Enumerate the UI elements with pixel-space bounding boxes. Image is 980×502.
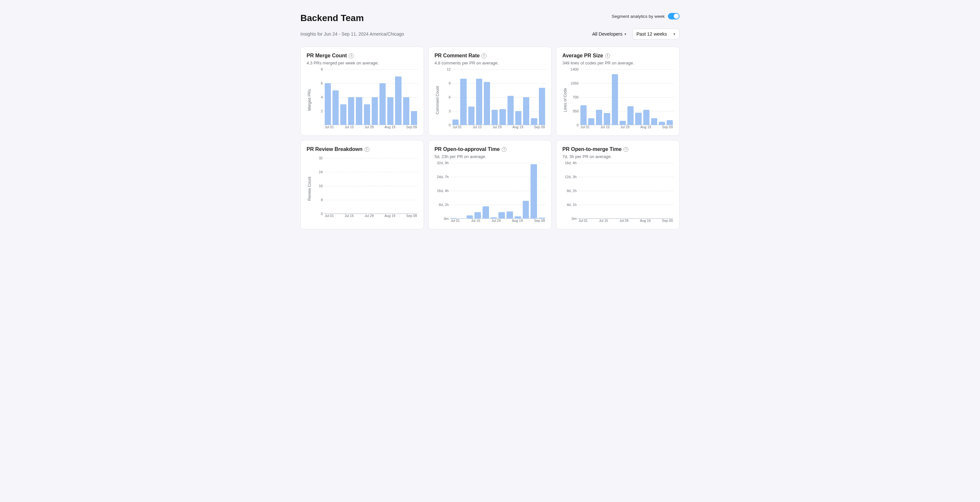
bar: [515, 111, 522, 125]
y-tick-label: 12: [440, 67, 451, 71]
bar: [651, 118, 657, 125]
card-title: Average PR Size: [562, 53, 603, 59]
bar: [467, 215, 473, 219]
bar: [667, 120, 673, 125]
bar: [612, 74, 618, 125]
x-tick-label: Aug 19: [512, 125, 523, 131]
x-tick-label: Jul 01: [325, 214, 334, 219]
y-tick-label: 24: [312, 170, 323, 174]
card-subtitle: 7d, 3h per PR on average.: [562, 154, 673, 159]
chart-average-pr-size: Lines of Code 035070010501400Jul 01Jul 1…: [562, 69, 673, 131]
bar: [498, 212, 505, 219]
y-tick-label: 16: [312, 184, 323, 188]
y-tick-label: 6: [440, 95, 451, 99]
y-tick-label: 8d, 2h: [562, 189, 576, 193]
x-tick-label: Jul 15: [600, 125, 609, 131]
x-tick-label: Aug 19: [385, 125, 395, 131]
x-tick-label: Jul 29: [620, 125, 629, 131]
chart-pr-merge-count: Merged PRs 2468Jul 01Jul 15Jul 29Aug 19S…: [307, 69, 418, 131]
x-tick-label: Jul 01: [325, 125, 334, 131]
y-tick-label: 3: [440, 109, 451, 113]
card-subtitle: 349 lines of codes per PR on average.: [562, 60, 673, 65]
y-tick-label: 9: [440, 81, 451, 85]
bar: [508, 96, 514, 125]
y-tick-label: 24d, 7h: [434, 175, 449, 179]
card-pr-review-breakdown: PR Review Breakdown i Review Count 08162…: [301, 140, 424, 229]
y-axis-label: Merged PRs: [307, 69, 312, 131]
bar: [492, 110, 498, 125]
y-tick-label: 0m: [562, 217, 576, 221]
y-tick-label: 350: [568, 109, 579, 113]
chart-pr-review-breakdown: Review Count 08162432Jul 01Jul 15Jul 29A…: [307, 158, 418, 219]
bar: [411, 111, 417, 125]
bar: [325, 83, 331, 125]
card-open-to-merge-time: PR Open-to-merge Time i 7d, 3h per PR on…: [556, 140, 679, 229]
bar: [364, 104, 370, 126]
bar: [539, 88, 545, 125]
x-tick-label: Jul 15: [473, 125, 482, 131]
info-icon[interactable]: i: [624, 147, 628, 152]
chart-pr-comment-rate: Comment Count 036912Jul 01Jul 15Jul 29Au…: [434, 69, 546, 131]
bar: [643, 110, 649, 125]
time-range-select[interactable]: Past 12 weeks ▾: [632, 29, 679, 40]
info-icon[interactable]: i: [349, 54, 353, 58]
y-tick-label: 8: [312, 198, 323, 202]
chart-open-to-merge-time: 0m4d, 1h8d, 2h12d, 3h16d, 4hJul 01Jul 15…: [562, 163, 673, 224]
x-tick-label: Jul 01: [581, 125, 590, 131]
x-tick-label: Aug 19: [640, 125, 651, 131]
y-tick-label: 1400: [568, 67, 579, 71]
chevron-down-icon: ▾: [625, 32, 627, 36]
y-tick-label: 6: [312, 81, 323, 85]
bar: [468, 106, 474, 125]
y-tick-label: 8: [312, 67, 323, 71]
card-subtitle: 4.3 PRs merged per week on average.: [307, 60, 418, 65]
segment-toggle-label: Segment analytics by week: [611, 14, 665, 19]
bar: [395, 76, 401, 126]
x-tick-label: Aug 19: [385, 214, 395, 219]
x-tick-label: Aug 19: [640, 219, 651, 224]
y-tick-label: 1050: [568, 81, 579, 85]
y-tick-label: 4: [312, 95, 323, 99]
card-title: PR Review Breakdown: [307, 146, 363, 152]
y-tick-label: 0: [568, 123, 579, 127]
bar: [403, 97, 409, 125]
bar: [452, 119, 458, 125]
y-tick-label: 8d, 2h: [434, 203, 449, 207]
bar: [604, 113, 610, 125]
x-tick-label: Jul 29: [492, 219, 501, 224]
bar: [482, 206, 489, 219]
y-axis-label: Lines of Code: [562, 69, 568, 131]
x-tick-label: Sep 09: [534, 125, 545, 131]
info-icon[interactable]: i: [364, 147, 369, 152]
x-tick-label: Jul 15: [471, 219, 480, 224]
y-axis-label: Comment Count: [434, 69, 440, 131]
bar: [474, 212, 481, 219]
bar: [340, 104, 347, 126]
developer-filter-select[interactable]: All Developers ▾: [592, 32, 627, 37]
bar: [620, 121, 626, 126]
bar: [356, 97, 362, 125]
x-tick-label: Jul 15: [345, 125, 354, 131]
y-tick-label: 16d, 4h: [562, 161, 576, 165]
y-tick-label: 2: [312, 109, 323, 113]
y-tick-label: 12d, 3h: [562, 175, 576, 179]
card-subtitle: 5d, 23h per PR on average.: [434, 154, 546, 159]
info-icon[interactable]: i: [482, 54, 487, 58]
x-tick-label: Sep 09: [534, 219, 545, 224]
y-axis-label: Review Count: [307, 158, 312, 219]
segment-toggle[interactable]: [668, 13, 679, 19]
date-range-subtitle: Insights for Jun 24 - Sep 11, 2024 Ameri…: [301, 32, 404, 37]
bar: [530, 164, 537, 219]
y-tick-label: 700: [568, 95, 579, 99]
chart-open-to-approval-time: 0m8d, 2h16d, 4h24d, 7h32d, 9hJul 01Jul 1…: [434, 163, 546, 224]
info-icon[interactable]: i: [605, 54, 610, 58]
bar: [627, 106, 633, 125]
x-tick-label: Sep 09: [406, 214, 417, 219]
info-icon[interactable]: i: [502, 147, 506, 152]
bar: [515, 216, 521, 219]
card-pr-comment-rate: PR Comment Rate i 4.8 comments per PR on…: [428, 47, 552, 136]
card-title: PR Open-to-merge Time: [562, 146, 622, 152]
bar: [659, 122, 665, 125]
y-tick-label: 32: [312, 156, 323, 160]
y-tick-label: 32d, 9h: [434, 161, 449, 165]
